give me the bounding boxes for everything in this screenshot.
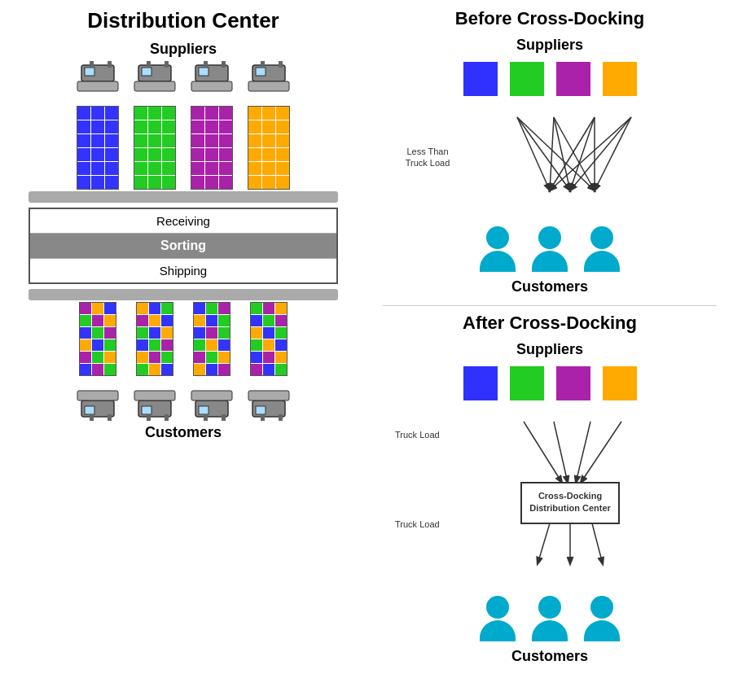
customer-truck-4 bbox=[244, 302, 293, 421]
before-network-svg bbox=[395, 101, 704, 223]
after-supplier-square-blue bbox=[463, 366, 498, 400]
supplier-trucks-row bbox=[73, 61, 293, 190]
svg-rect-16 bbox=[256, 68, 266, 76]
customers-label-after: Customers bbox=[511, 648, 588, 665]
person-head-after-3 bbox=[590, 596, 613, 619]
svg-rect-31 bbox=[199, 406, 208, 414]
svg-line-44 bbox=[550, 117, 554, 190]
suppliers-label-after: Suppliers bbox=[516, 341, 583, 358]
svg-rect-38 bbox=[279, 414, 283, 421]
svg-line-61 bbox=[538, 523, 550, 564]
customer-trucks-row bbox=[73, 302, 293, 421]
customer-person-after-1 bbox=[480, 596, 516, 641]
dc-box: Receiving Sorting Shipping bbox=[29, 208, 338, 284]
person-body-before-3 bbox=[584, 251, 620, 272]
left-title: Distribution Center bbox=[87, 8, 279, 33]
svg-rect-6 bbox=[142, 68, 151, 76]
mixed-cargo-2 bbox=[136, 302, 173, 376]
conveyor-bar-bottom bbox=[29, 289, 338, 300]
customer-truck-icon-4 bbox=[244, 376, 293, 421]
mixed-cargo-1 bbox=[79, 302, 116, 376]
svg-rect-7 bbox=[147, 61, 151, 68]
dc-sorting: Sorting bbox=[30, 234, 336, 259]
before-network-area: Less ThanTruck Load bbox=[395, 101, 704, 223]
after-supplier-square-purple bbox=[556, 366, 590, 400]
svg-rect-13 bbox=[222, 61, 226, 68]
customers-label-left: Customers bbox=[145, 424, 222, 441]
customer-person-before-3 bbox=[584, 226, 620, 272]
truck-icon-orange bbox=[244, 61, 293, 106]
customers-row-after bbox=[480, 596, 620, 641]
svg-rect-8 bbox=[165, 61, 169, 68]
svg-rect-12 bbox=[204, 61, 208, 68]
cargo-grid-green bbox=[134, 106, 176, 190]
truck-green bbox=[130, 61, 179, 190]
customer-truck-icon-1 bbox=[73, 376, 122, 421]
customer-person-after-3 bbox=[584, 596, 620, 641]
svg-rect-4 bbox=[77, 81, 118, 91]
customer-person-before-1 bbox=[480, 226, 516, 272]
before-title: Before Cross-Docking bbox=[455, 8, 644, 29]
svg-rect-21 bbox=[85, 406, 94, 414]
customer-truck-2 bbox=[130, 302, 179, 421]
person-head-after-2 bbox=[538, 596, 561, 619]
after-supplier-square-green bbox=[510, 366, 544, 400]
customer-person-before-2 bbox=[532, 226, 568, 272]
svg-rect-39 bbox=[248, 391, 289, 400]
separator bbox=[383, 305, 717, 306]
supplier-square-blue bbox=[463, 62, 498, 96]
svg-rect-26 bbox=[142, 406, 151, 414]
svg-rect-29 bbox=[134, 391, 175, 400]
svg-rect-27 bbox=[147, 414, 151, 421]
supplier-square-orange bbox=[603, 62, 637, 96]
svg-rect-23 bbox=[108, 414, 112, 421]
truck-purple bbox=[187, 61, 236, 190]
svg-line-56 bbox=[576, 422, 590, 483]
svg-text:Cross-Docking: Cross-Docking bbox=[538, 491, 602, 501]
customer-truck-icon-3 bbox=[187, 376, 236, 421]
person-body-after-1 bbox=[480, 620, 516, 641]
mixed-cargo-3 bbox=[193, 302, 230, 376]
svg-rect-34 bbox=[191, 391, 232, 400]
svg-text:Distribution Center: Distribution Center bbox=[529, 503, 611, 513]
supplier-square-purple bbox=[556, 62, 590, 96]
svg-rect-36 bbox=[256, 406, 266, 414]
person-head-before-2 bbox=[538, 226, 561, 249]
svg-rect-11 bbox=[199, 68, 208, 76]
supplier-squares-after bbox=[463, 366, 637, 400]
svg-rect-24 bbox=[77, 391, 118, 400]
person-head-before-1 bbox=[486, 226, 509, 249]
svg-rect-18 bbox=[279, 61, 283, 68]
svg-rect-3 bbox=[108, 61, 112, 68]
svg-rect-9 bbox=[134, 81, 175, 91]
person-body-before-2 bbox=[532, 251, 568, 272]
svg-line-63 bbox=[592, 523, 603, 564]
customer-person-after-2 bbox=[532, 596, 568, 641]
customer-truck-1 bbox=[73, 302, 122, 421]
svg-rect-22 bbox=[90, 414, 94, 421]
customer-truck-icon-2 bbox=[130, 376, 179, 421]
customers-row-before bbox=[480, 226, 620, 272]
left-panel: Distribution Center Suppliers bbox=[0, 0, 366, 700]
after-network-svg: Cross-Docking Distribution Center bbox=[395, 405, 704, 593]
mixed-cargo-4 bbox=[250, 302, 287, 376]
svg-rect-37 bbox=[261, 414, 265, 421]
svg-rect-28 bbox=[165, 414, 169, 421]
truck-blue bbox=[73, 61, 122, 190]
truck-icon-blue bbox=[73, 61, 122, 106]
truck-orange bbox=[244, 61, 293, 190]
dc-shipping: Shipping bbox=[30, 259, 336, 282]
svg-rect-2 bbox=[90, 61, 94, 68]
svg-rect-19 bbox=[248, 81, 289, 91]
supplier-square-green bbox=[510, 62, 544, 96]
person-head-before-3 bbox=[590, 226, 613, 249]
cargo-grid-orange bbox=[248, 106, 290, 190]
after-network-area: Truck Load Truck Load Cross-Docking Dist… bbox=[395, 405, 704, 593]
right-panel: Before Cross-Docking Suppliers Less Than… bbox=[366, 0, 733, 700]
svg-line-57 bbox=[581, 422, 621, 483]
svg-rect-1 bbox=[85, 68, 94, 76]
svg-rect-33 bbox=[222, 414, 226, 421]
after-title: After Cross-Docking bbox=[463, 313, 637, 334]
svg-rect-17 bbox=[261, 61, 265, 68]
cargo-grid-blue bbox=[77, 106, 119, 190]
